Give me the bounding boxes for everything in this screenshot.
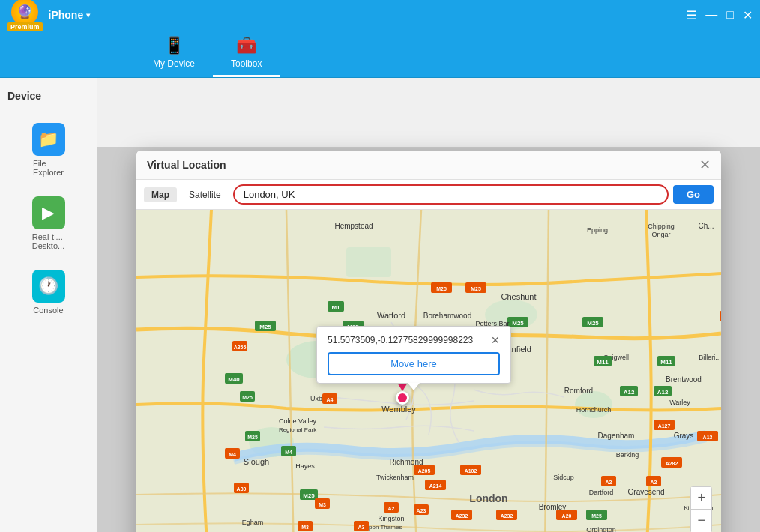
map-tab-map[interactable]: Map [144,187,177,202]
nav-bar: 📱 My Device 🧰 Toolbox [0,30,760,78]
svg-text:A282: A282 [666,461,678,466]
toolbox-icon: 🧰 [236,36,256,55]
sidebar: Device 📁 FileExplorer ▶ Real-ti...Deskto… [0,78,97,532]
content-area: Virtual Location ✕ Map Satellite Go [97,78,760,532]
menu-icon[interactable]: ☰ [686,8,696,22]
svg-text:Kingston: Kingston [378,515,404,522]
main-area: Device 📁 FileExplorer ▶ Real-ti...Deskto… [0,78,760,532]
svg-text:Grays: Grays [674,432,694,440]
go-button[interactable]: Go [673,185,714,204]
my-device-icon: 📱 [164,36,184,55]
svg-text:Wembley: Wembley [381,405,416,414]
file-explorer-icon: 📁 [32,123,65,156]
svg-text:M40: M40 [228,376,240,383]
svg-text:Twickenham: Twickenham [376,474,414,481]
nav-item-toolbox-label: Toolbox [231,58,262,69]
svg-text:Warley: Warley [669,399,690,406]
svg-text:M25: M25 [591,513,602,519]
zoom-out-button[interactable]: − [691,510,711,532]
svg-text:A232: A232 [501,513,513,519]
sidebar-title: Device [0,85,97,109]
realtime-icon: ▶ [32,196,65,229]
title-bar: 🔮 Premium iPhone ▾ ☰ — □ ✕ [0,0,760,30]
svg-text:A23: A23 [417,508,426,513]
svg-text:upon Thames: upon Thames [366,524,402,531]
svg-text:M25: M25 [303,492,315,499]
svg-text:M25: M25 [247,435,258,440]
svg-text:A232: A232 [456,513,468,519]
svg-text:Orpington: Orpington [586,526,616,532]
svg-text:Hayes: Hayes [295,462,315,470]
map-tab-satellite[interactable]: Satellite [181,187,229,202]
svg-text:Colne Valley: Colne Valley [279,417,316,425]
svg-text:Ch...: Ch... [698,222,714,230]
zoom-in-button[interactable]: + [691,487,711,510]
svg-rect-3 [346,247,391,277]
svg-text:A4: A4 [327,397,334,402]
popup-close-button[interactable]: ✕ [491,334,500,346]
svg-text:Billeri...: Billeri... [699,354,721,361]
svg-text:M25: M25 [471,286,481,291]
svg-text:Sidcup: Sidcup [553,474,574,481]
console-label: Console [33,306,63,315]
svg-text:M3: M3 [301,525,309,530]
svg-text:Chipping: Chipping [648,223,675,230]
svg-text:M25: M25 [242,395,253,400]
coordinate-popup: 51.5073509,-0.12775829999998223 ✕ Move h… [316,326,511,384]
title-bar-controls: ☰ — □ ✕ [686,8,753,22]
svg-text:M3: M3 [319,502,326,507]
svg-text:A30: A30 [237,486,247,492]
pin-dot [396,391,409,405]
coord-header: 51.5073509,-0.12775829999998223 ✕ [328,334,500,346]
svg-text:A3: A3 [358,525,365,530]
realtime-label: Real-ti...Deskto... [32,232,64,250]
nav-item-my-device[interactable]: 📱 My Device [135,30,213,77]
svg-text:A12: A12 [657,389,669,396]
svg-text:Romford: Romford [564,387,593,395]
svg-text:Egham: Egham [242,519,264,526]
nav-item-my-device-label: My Device [153,58,195,69]
premium-badge: Premium [7,22,43,31]
move-here-button[interactable]: Move here [328,352,500,375]
coordinate-text: 51.5073509,-0.12775829999998223 [328,335,473,345]
sidebar-item-realtime-desktop[interactable]: ▶ Real-ti...Deskto... [0,190,97,256]
device-name[interactable]: iPhone ▾ [49,9,91,21]
maximize-icon[interactable]: □ [726,8,734,22]
sidebar-item-console[interactable]: 🕐 Console [0,264,97,321]
modal-overlay: Virtual Location ✕ Map Satellite Go [97,147,760,532]
minimize-icon[interactable]: — [705,8,717,22]
location-search-input[interactable] [233,184,669,205]
svg-text:A355: A355 [234,345,247,350]
map-background: M25 M25 M25 M25 M40 M25 [136,210,721,532]
svg-text:M25: M25 [512,320,524,327]
svg-text:M25: M25 [587,320,599,327]
svg-text:Ongar: Ongar [651,231,670,238]
svg-text:A2: A2 [606,480,612,485]
svg-text:A102: A102 [465,468,477,474]
svg-rect-134 [720,311,721,321]
modal-title: Virtual Location [147,159,226,171]
svg-text:A13: A13 [703,435,713,440]
svg-text:A12: A12 [624,389,635,396]
device-name-text: iPhone [49,9,84,21]
sidebar-item-file-explorer[interactable]: 📁 FileExplorer [0,117,97,183]
zoom-controls: + − [690,486,712,532]
svg-text:M11: M11 [597,359,609,366]
close-icon[interactable]: ✕ [743,8,753,22]
svg-text:A205: A205 [418,468,431,474]
device-arrow-icon: ▾ [86,11,90,19]
svg-text:Barking: Barking [616,451,639,459]
svg-text:A2: A2 [651,480,657,485]
svg-point-5 [575,391,612,418]
svg-text:Slough: Slough [244,457,269,466]
map-search-box [233,184,669,205]
svg-text:Watford: Watford [377,311,405,320]
svg-text:M1: M1 [331,304,340,311]
svg-text:Regional Park: Regional Park [279,426,317,433]
modal-close-button[interactable]: ✕ [699,157,711,173]
popup-pointer [408,383,420,390]
nav-item-toolbox[interactable]: 🧰 Toolbox [213,30,280,77]
virtual-location-modal: Virtual Location ✕ Map Satellite Go [136,151,721,532]
svg-text:Gravesend: Gravesend [628,488,665,496]
svg-text:Borehamwood: Borehamwood [423,312,471,320]
